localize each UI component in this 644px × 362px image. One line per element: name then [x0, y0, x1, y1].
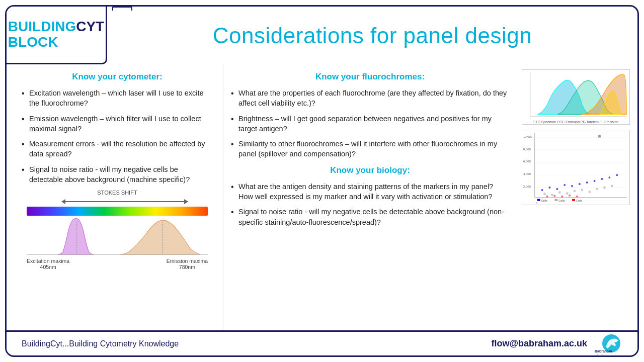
svg-point-30 — [543, 193, 546, 195]
list-item: Excitation wavelength – which laser will… — [22, 88, 213, 109]
list-item: Measurement errors - will the resolution… — [22, 139, 213, 159]
svg-point-29 — [616, 174, 618, 176]
list-item: Brightness – will I get good separation … — [231, 114, 509, 134]
svg-text:Institute: Institute — [597, 354, 608, 355]
stokes-arrow-line — [62, 201, 188, 202]
svg-point-35 — [581, 189, 583, 191]
svg-text:Cells: Cells — [558, 199, 565, 202]
svg-point-24 — [579, 183, 581, 185]
spectrum-labels: Excitation maxima 405nm Emission maxima … — [22, 257, 213, 270]
svg-text:8,000: 8,000 — [523, 148, 531, 151]
svg-rect-45 — [537, 199, 540, 201]
logo-cyt: CYT — [76, 19, 104, 34]
svg-rect-47 — [554, 199, 557, 201]
babraham-icon: Babraham Institute — [592, 332, 622, 355]
scatter-svg: 10,000 8,000 6,000 4,000 2,000 0 — [522, 130, 629, 205]
svg-point-43 — [569, 195, 571, 197]
svg-text:Babraham: Babraham — [595, 349, 612, 353]
logo-area: BUILDINGCYT BLOCK — [7, 7, 107, 64]
main-title: Considerations for panel design — [213, 23, 532, 48]
list-item: Emission wavelength – which filter will … — [22, 114, 213, 134]
left-column: Know your cytometer: Excitation waveleng… — [7, 64, 223, 330]
svg-point-22 — [564, 184, 566, 186]
svg-point-42 — [561, 196, 563, 198]
stokes-diagram: STOKES SHIFT — [22, 190, 213, 262]
stokes-arrow — [37, 197, 198, 206]
fluorochromes-bullets: What are the properties of each fluoroch… — [231, 88, 509, 159]
svg-point-31 — [551, 194, 553, 196]
fluorochromes-title: Know your fluorochromes: — [231, 72, 509, 82]
cytometer-bullets: Excitation wavelength – which laser will… — [22, 88, 213, 185]
svg-point-28 — [608, 176, 610, 178]
footer: BuildingCyt...Building Cytometry Knowled… — [7, 330, 637, 355]
scatter-plot: 10,000 8,000 6,000 4,000 2,000 0 — [522, 130, 630, 205]
svg-point-40 — [546, 196, 548, 198]
logo-building: BUILDING — [8, 19, 76, 34]
excitation-label: Excitation maxima 405nm — [27, 258, 69, 270]
svg-point-37 — [596, 188, 598, 190]
main-container: BUILDINGCYT BLOCK Considerations for pan… — [5, 5, 639, 357]
stokes-label: STOKES SHIFT — [22, 190, 213, 196]
right-column: FITC Spectrum FITC Emission PE-Tandem FL… — [517, 64, 637, 330]
svg-point-38 — [603, 186, 606, 189]
logo-block: BLOCK — [8, 35, 104, 50]
svg-point-26 — [594, 180, 596, 182]
svg-point-23 — [571, 185, 573, 187]
fluorochrome-chart: FITC Spectrum FITC Emission PE-Tandem FL… — [522, 69, 630, 125]
babraham-logo: Babraham Institute — [592, 332, 622, 355]
svg-point-27 — [601, 178, 603, 180]
svg-point-39 — [611, 185, 613, 187]
list-item: Signal to noise ratio - will my negative… — [22, 164, 213, 185]
list-item: Signal to noise ratio - will my negative… — [231, 207, 509, 227]
biology-bullets: What are the antigen density and stainin… — [231, 182, 509, 227]
main-title-area: Considerations for panel design — [107, 7, 637, 64]
svg-text:2,000: 2,000 — [523, 185, 531, 188]
footer-email: flow@babraham.ac.uk — [491, 338, 587, 349]
svg-point-34 — [574, 190, 576, 192]
spectrum-chart — [27, 217, 208, 257]
biology-title: Know your biology: — [231, 165, 509, 175]
svg-text:Cells: Cells — [576, 199, 582, 202]
svg-text:4,000: 4,000 — [523, 172, 531, 175]
spectrum-bar — [27, 207, 208, 216]
cytometer-title: Know your cytometer: — [22, 72, 213, 82]
svg-point-36 — [588, 191, 591, 193]
footer-brand: BuildingCyt — [22, 339, 62, 348]
svg-text:6,000: 6,000 — [523, 160, 531, 163]
svg-rect-49 — [572, 199, 575, 201]
svg-point-20 — [549, 187, 551, 189]
svg-point-33 — [566, 192, 569, 195]
logo: BUILDINGCYT BLOCK — [8, 19, 104, 50]
footer-left: BuildingCyt...Building Cytometry Knowled… — [22, 339, 179, 348]
list-item: What are the properties of each fluoroch… — [231, 88, 509, 109]
svg-text:0: 0 — [536, 202, 538, 205]
svg-point-32 — [558, 191, 561, 194]
svg-text:10,000: 10,000 — [523, 135, 533, 138]
emission-label: Emission maxima 780nm — [167, 258, 208, 270]
svg-point-51 — [598, 135, 601, 138]
footer-continuation: ...Building Cytometry Knowledge — [62, 339, 179, 348]
svg-point-19 — [541, 189, 543, 191]
spectrum-svg — [27, 217, 208, 257]
fluorochrome-chart-svg: FITC Spectrum FITC Emission PE-Tandem FL… — [522, 70, 629, 124]
middle-column: Know your fluorochromes: What are the pr… — [223, 64, 517, 330]
svg-point-21 — [556, 188, 558, 190]
svg-point-41 — [553, 195, 555, 197]
svg-point-25 — [586, 182, 588, 184]
svg-text:FITC Spectrum  FITC Emission  : FITC Spectrum FITC Emission PE-Tandem FL… — [533, 120, 619, 124]
list-item: What are the antigen density and stainin… — [231, 182, 509, 202]
list-item: Similarity to other fluorochromes – will… — [231, 139, 509, 159]
svg-text:Cells: Cells — [541, 199, 547, 202]
content-area: Know your cytometer: Excitation waveleng… — [7, 64, 637, 330]
svg-point-44 — [576, 196, 578, 198]
